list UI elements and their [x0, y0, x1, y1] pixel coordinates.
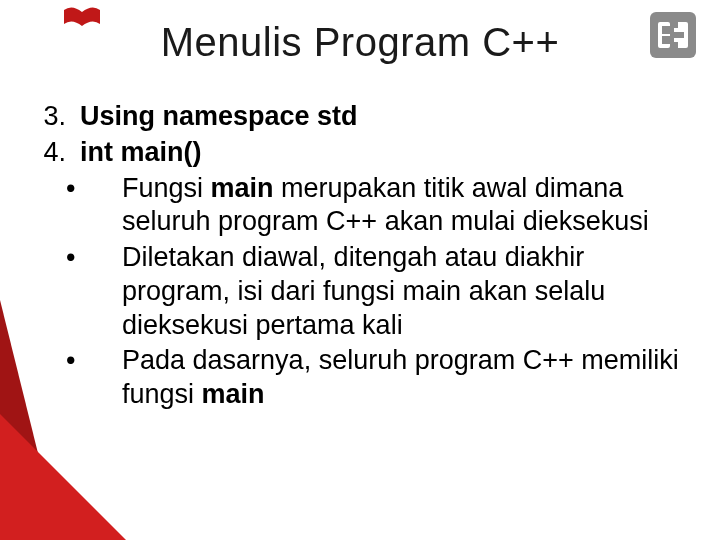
- bullet-icon: •: [94, 241, 108, 275]
- bullet-list: •Fungsi main merupakan titik awal dimana…: [94, 172, 680, 412]
- numbered-list: 3.Using namespace std 4.int main(): [40, 100, 680, 170]
- svg-rect-2: [662, 26, 670, 34]
- slide-body: 3.Using namespace std 4.int main() •Fung…: [40, 100, 680, 414]
- item-number: 3.: [40, 100, 66, 134]
- svg-rect-3: [662, 36, 670, 44]
- item-number: 4.: [40, 136, 66, 170]
- bullet-icon: •: [94, 172, 108, 206]
- item-4: 4.int main(): [40, 136, 680, 170]
- bullet-item: •Diletakan diawal, ditengah atau diakhir…: [94, 241, 680, 342]
- bullet-item: •Pada dasarnya, seluruh program C++ memi…: [94, 344, 680, 412]
- slide: Menulis Program C++ 3.Using namespace st…: [0, 0, 720, 540]
- bullet-icon: •: [94, 344, 108, 378]
- item-3: 3.Using namespace std: [40, 100, 680, 134]
- brand-logo: [650, 12, 696, 62]
- book-icon: [62, 6, 102, 32]
- item-text: Using namespace std: [80, 101, 358, 131]
- slide-title: Menulis Program C++: [0, 0, 720, 65]
- svg-rect-5: [674, 32, 684, 38]
- item-text: int main(): [80, 137, 202, 167]
- svg-rect-6: [674, 22, 678, 28]
- bullet-keyword: main: [211, 173, 274, 203]
- svg-marker-9: [0, 412, 128, 540]
- bullet-keyword: main: [202, 379, 265, 409]
- bullet-text-pre: Fungsi: [122, 173, 211, 203]
- svg-rect-1: [658, 22, 670, 48]
- bullet-item: •Fungsi main merupakan titik awal dimana…: [94, 172, 680, 240]
- svg-rect-0: [650, 12, 696, 58]
- svg-rect-7: [674, 42, 678, 48]
- bullet-text: Diletakan diawal, ditengah atau diakhir …: [122, 242, 605, 340]
